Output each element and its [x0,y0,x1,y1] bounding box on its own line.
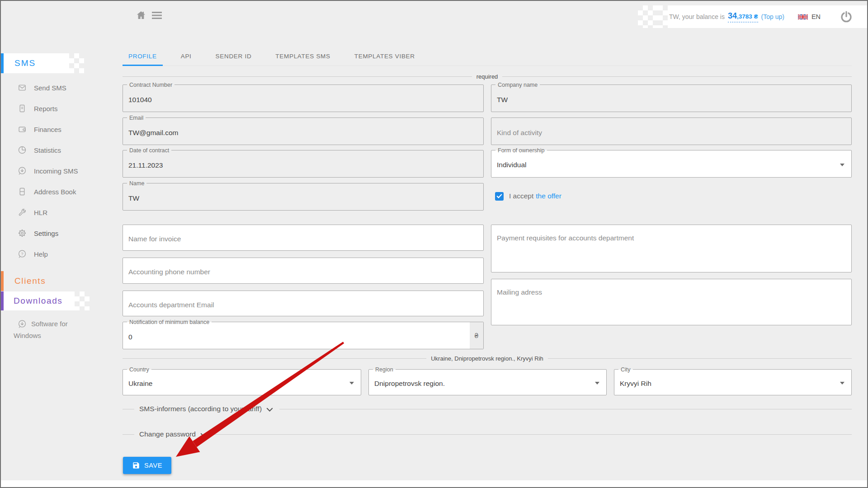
accounting-phone-input[interactable] [123,258,483,283]
name-field: Name [123,183,484,211]
tab-profile[interactable]: PROFILE [123,49,163,66]
sidebar-item-statistics[interactable]: Statistics [17,144,61,156]
sidebar-item-label: HLR [34,209,47,216]
contract-number-input[interactable] [123,85,483,112]
accept-offer-text: I accept [509,192,533,200]
tab-bar: PROFILE API SENDER ID TEMPLATES SMS TEMP… [123,49,852,66]
sidebar-item-finances[interactable]: Finances [17,123,61,135]
pixel-decoration [75,291,90,310]
divider-line [123,409,134,409]
accept-offer-row: I accept the offer [495,191,561,201]
sidebar-item-incoming-sms[interactable]: Incoming SMS [17,165,78,177]
sidebar-item-label: Finances [34,126,61,133]
field-label: Date of contract [127,147,171,154]
email-field: Email [123,117,484,145]
change-password-section[interactable]: Change password [123,430,852,438]
tab-api[interactable]: API [175,49,198,66]
sidebar-item-reports[interactable]: Reports [17,103,58,114]
notification-min-balance-field: Notification of minimum balance ₴ [123,322,484,349]
chevron-down-icon [349,382,354,385]
sms-informers-section[interactable]: SMS-informers (according to your tariff) [123,405,852,413]
sms-group-label: SMS [14,58,36,68]
sidebar-item-software-for-windows[interactable]: Software for Windows [14,318,86,342]
accept-offer-checkbox[interactable] [495,192,504,201]
company-name-input[interactable] [491,85,851,112]
chevron-down-icon [200,433,207,437]
bottom-strip [1,480,867,487]
save-button-label: SAVE [144,462,162,469]
accounts-email-input[interactable] [123,291,483,316]
sidebar-item-settings[interactable]: Settings [17,227,58,239]
wrench-icon [17,207,27,217]
divider-line [213,434,852,435]
sidebar-item-address-book[interactable]: Address Book [17,186,76,197]
report-icon [17,103,27,113]
form-of-ownership-select[interactable]: Form of ownership Individual [491,150,852,178]
mailing-adress-field [491,279,852,325]
sidebar-item-label: Help [34,250,48,258]
gear-icon [17,228,27,238]
sidebar-item-label: Settings [34,230,58,237]
tab-templates-sms[interactable]: TEMPLATES SMS [269,49,336,66]
kind-of-activity-field [491,117,852,145]
accounts-email-field [123,291,484,316]
required-divider: required [123,73,852,80]
field-label: Notification of minimum balance [127,319,212,325]
accounting-phone-field [123,258,484,284]
sidebar-item-hlr[interactable]: HLR [17,206,47,218]
change-password-label: Change password [139,430,196,438]
selected-value: Ukraine [128,370,343,395]
notification-min-balance-input[interactable] [123,322,483,349]
email-input[interactable] [123,118,483,145]
divider-line [279,409,852,409]
company-name-field: Company name [491,84,852,112]
floppy-disk-icon [132,461,140,469]
kind-of-activity-input[interactable] [491,118,851,145]
field-label: Company name [495,82,540,88]
wallet-icon [17,124,27,134]
contract-number-field: Contract Number [123,84,484,112]
tab-sender-id[interactable]: SENDER ID [210,49,258,66]
city-select[interactable]: City Kryvyi Rih [614,369,852,395]
check-icon [496,194,502,199]
mailing-adress-textarea[interactable] [491,279,851,325]
date-of-contract-input[interactable] [123,150,483,177]
name-for-invoice-input[interactable] [123,225,483,250]
currency-suffix: ₴ [470,322,483,349]
sms-informers-label: SMS-informers (according to your tariff) [139,405,262,413]
chevron-down-icon [595,382,599,385]
date-of-contract-field: Date of contract [123,150,484,178]
incoming-bubble-icon [17,166,27,176]
location-summary: Ukraine, Dnipropetrovsk region., Kryvyi … [431,355,543,362]
pixel-decoration [69,53,84,73]
pie-chart-icon [17,145,27,155]
downloads-group-label: Downloads [14,296,62,306]
selected-value: Dnipropetrovsk region. [374,370,588,395]
chevron-down-icon [840,164,844,166]
settings-page: TW, your balance is 34,3783 ₴ (Top up) E… [0,0,868,488]
sidebar-group-clients[interactable]: Clients [4,271,76,291]
name-for-invoice-field [123,225,484,251]
region-select[interactable]: Region Dnipropetrovsk region. [368,369,607,395]
tab-templates-viber[interactable]: TEMPLATES VIBER [349,49,421,66]
chevron-down-icon [840,382,844,385]
save-button[interactable]: SAVE [123,457,171,474]
selected-value: Kryvyi Rih [620,370,833,395]
download-bubble-icon [17,319,27,329]
selected-value: Individual [497,150,833,177]
sidebar-group-sms[interactable]: SMS [4,53,69,73]
book-icon [17,187,27,197]
offer-link[interactable]: the offer [536,192,561,200]
name-input[interactable] [123,183,483,210]
sidebar-item-send-sms[interactable]: Send SMS [17,82,66,94]
sidebar-group-downloads[interactable]: Downloads [4,291,75,310]
field-label: Name [127,180,146,187]
clients-group-label: Clients [14,276,46,286]
sidebar-item-help[interactable]: ? Help [17,248,48,260]
envelope-icon [17,83,27,93]
payment-requisites-textarea[interactable] [491,225,851,272]
sidebar-item-label: Send SMS [34,84,66,92]
location-divider: Ukraine, Dnipropetrovsk region., Kryvyi … [123,355,852,362]
chevron-down-icon [266,408,273,412]
country-select[interactable]: Country Ukraine [123,369,361,395]
